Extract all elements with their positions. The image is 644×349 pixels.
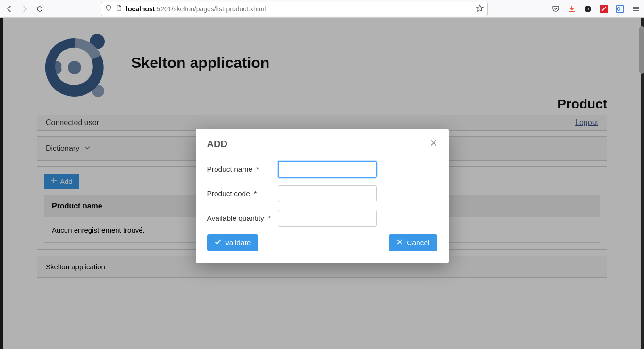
pocket-icon[interactable] [552, 5, 560, 13]
validate-button[interactable]: Validate [207, 234, 259, 251]
label-available-qty: Available quantity * [207, 214, 278, 223]
browser-toolbar: localhost:5201/skelton/pages/list-produc… [0, 0, 644, 18]
dialog-title: ADD [207, 139, 227, 150]
close-icon [396, 239, 403, 247]
bookmark-star-icon[interactable] [476, 4, 484, 13]
back-button[interactable] [4, 3, 15, 15]
cancel-label: Cancel [407, 239, 429, 247]
field-product-name: Product name * [207, 161, 437, 178]
download-icon[interactable] [568, 5, 576, 13]
toolbar-right: J [552, 5, 640, 13]
label-product-code: Product code * [207, 190, 278, 198]
scrollbar-thumb[interactable] [639, 26, 644, 74]
ext-blue-icon[interactable] [616, 5, 624, 13]
check-icon [215, 239, 221, 247]
validate-label: Validate [225, 239, 251, 247]
input-product-name[interactable] [278, 161, 377, 178]
svg-text:J: J [587, 7, 589, 11]
label-product-name: Product name * [207, 165, 278, 174]
url-text: localhost:5201/skelton/pages/list-produc… [126, 5, 472, 13]
shield-icon [105, 5, 112, 13]
dialog-close-button[interactable] [430, 139, 437, 149]
address-bar[interactable]: localhost:5201/skelton/pages/list-produc… [101, 2, 488, 16]
field-available-qty: Available quantity * [207, 210, 437, 227]
add-dialog: ADD Product name * Product code * [196, 129, 449, 263]
reload-button[interactable] [34, 3, 45, 15]
profile-icon[interactable]: J [584, 5, 592, 13]
cancel-button[interactable]: Cancel [389, 234, 437, 251]
forward-button[interactable] [19, 3, 30, 15]
input-product-code[interactable] [278, 185, 377, 202]
hamburger-menu-icon[interactable] [632, 5, 640, 13]
ext-red-icon[interactable] [600, 5, 608, 13]
input-available-qty[interactable] [278, 210, 377, 227]
page-icon [116, 5, 122, 13]
field-product-code: Product code * [207, 185, 437, 202]
